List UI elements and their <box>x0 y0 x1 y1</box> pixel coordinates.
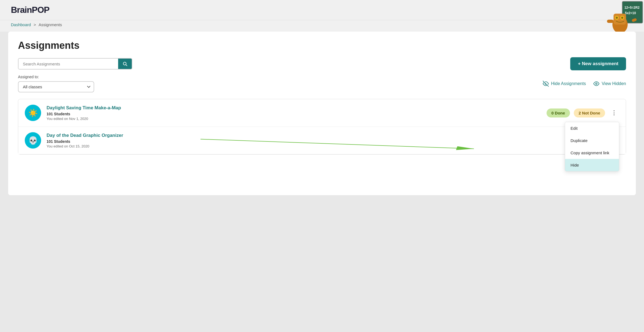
hide-icon <box>543 81 549 87</box>
breadcrumb-separator: > <box>34 22 36 27</box>
assignment-title-1[interactable]: Daylight Saving Time Make-a-Map <box>47 105 541 111</box>
logo: BrainPOP <box>11 5 49 15</box>
hide-assignments-label: Hide Assignments <box>551 81 586 86</box>
view-hidden-label: View Hidden <box>602 81 626 86</box>
breadcrumb: Dashboard > Assignments <box>11 22 62 27</box>
dropdown-copy-link[interactable]: Copy assignment link <box>565 147 619 159</box>
content-card: Assignments + New assignment Assigned to… <box>8 32 636 195</box>
mascot-svg: 12÷5=2R2 5x2=10 <box>606 0 644 35</box>
svg-point-8 <box>621 17 623 19</box>
new-assignment-button[interactable]: + New assignment <box>570 57 626 70</box>
search-input[interactable] <box>19 59 118 69</box>
assignment-actions-1: 0 Done 2 Not Done ⋮ Edit Duplicate Copy … <box>547 108 619 117</box>
more-button-1[interactable]: ⋮ <box>609 108 619 117</box>
header: BrainPOP 12÷5=2R2 5x2=10 <box>0 0 644 20</box>
breadcrumb-dashboard[interactable]: Dashboard <box>11 22 31 27</box>
eye-icon <box>593 81 599 87</box>
filter-actions: Hide Assignments View Hidden <box>543 81 626 87</box>
page-title: Assignments <box>18 40 626 51</box>
search-icon <box>122 61 127 66</box>
assignment-info-2: Day of the Dead Graphic Organizer 101 St… <box>47 133 576 148</box>
svg-point-14 <box>596 83 597 84</box>
main: Assignments + New assignment Assigned to… <box>0 32 644 203</box>
assignment-card-2: 💀 Day of the Dead Graphic Organizer 101 … <box>18 127 626 154</box>
mascot: 12÷5=2R2 5x2=10 <box>606 0 644 35</box>
assignment-students-1: 101 Students <box>47 112 541 116</box>
dropdown-menu-1: Edit Duplicate Copy assignment link Hide <box>565 122 619 171</box>
assignment-card-1: ☀️ Daylight Saving Time Make-a-Map 101 S… <box>18 99 626 127</box>
search-button[interactable] <box>118 59 132 69</box>
assigned-to-label: Assigned to: <box>18 75 94 79</box>
svg-text:5x2=10: 5x2=10 <box>625 11 636 15</box>
search-row: + New assignment <box>18 57 626 70</box>
badge-done-1: 0 Done <box>547 108 570 117</box>
assignment-icon-1: ☀️ <box>25 105 41 121</box>
svg-rect-9 <box>607 20 614 23</box>
svg-text:12÷5=2R2: 12÷5=2R2 <box>624 6 640 10</box>
assignment-edited-2: You edited on Oct 15, 2020 <box>47 144 576 148</box>
dropdown-hide[interactable]: Hide <box>565 159 619 171</box>
search-wrapper <box>18 58 132 70</box>
breadcrumb-current: Assignments <box>39 22 62 27</box>
assignment-info-1: Daylight Saving Time Make-a-Map 101 Stud… <box>47 105 541 121</box>
assignment-edited-1: You edited on Nov 1, 2020 <box>47 117 541 121</box>
assignments-list: ☀️ Daylight Saving Time Make-a-Map 101 S… <box>18 99 626 155</box>
svg-point-7 <box>616 17 618 19</box>
dropdown-duplicate[interactable]: Duplicate <box>565 134 619 147</box>
class-select[interactable]: All classes <box>18 81 94 92</box>
filter-row: Assigned to: All classes Hide Assignment… <box>18 75 626 92</box>
svg-rect-4 <box>614 14 626 25</box>
badge-not-done-1: 2 Not Done <box>574 108 605 117</box>
hide-assignments-action[interactable]: Hide Assignments <box>543 81 586 87</box>
assignment-icon-2: 💀 <box>25 132 41 149</box>
view-hidden-action[interactable]: View Hidden <box>593 81 626 87</box>
class-select-wrapper: Assigned to: All classes <box>18 75 94 92</box>
breadcrumb-bar: Dashboard > Assignments <box>0 20 644 32</box>
assignment-students-2: 101 Students <box>47 139 576 144</box>
assignment-title-2[interactable]: Day of the Dead Graphic Organizer <box>47 133 576 138</box>
svg-line-12 <box>126 65 127 66</box>
dropdown-edit[interactable]: Edit <box>565 122 619 134</box>
